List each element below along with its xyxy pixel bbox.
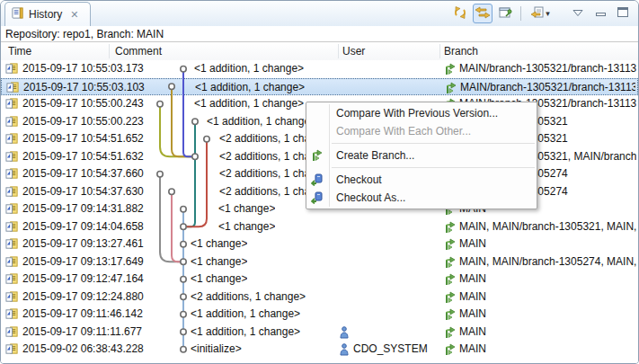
commit-comment: <1 addition, 1 change> bbox=[191, 306, 300, 324]
branch-icon bbox=[444, 238, 457, 251]
menu-item-label: Compare With Each Other... bbox=[336, 125, 471, 138]
branch-icon bbox=[444, 343, 457, 356]
commit-comment: <initialize> bbox=[191, 341, 242, 359]
commit-comment: <1 addition, 1 change> bbox=[191, 324, 300, 342]
commit-time: 2015-09-17 09:11:46.142 bbox=[22, 306, 143, 324]
checkout-icon bbox=[311, 191, 324, 209]
commit-comment: <2 additions, 1 change> bbox=[191, 289, 306, 306]
commit-time: 2015-09-17 10:54:51.652 bbox=[22, 130, 144, 148]
maximize-button[interactable] bbox=[613, 4, 633, 23]
commit-branch: MAIN, MAIN/branch-1305321, MAIN, MAIN bbox=[459, 218, 636, 236]
commit-comment: <1 change> bbox=[218, 218, 275, 236]
column-header-comment[interactable]: Comment bbox=[115, 42, 162, 60]
pin-editor-icon bbox=[498, 5, 512, 22]
commit-icon bbox=[5, 185, 19, 199]
view-tab-bar: History ✕ ▾ bbox=[1, 1, 638, 27]
commit-time: 2015-09-17 09:14:31.882 bbox=[22, 200, 144, 218]
commit-time: 2015-09-17 10:54:37.630 bbox=[22, 183, 144, 201]
menu-item-checkout-as[interactable]: Checkout As... bbox=[306, 189, 537, 207]
branch-icon bbox=[444, 63, 457, 75]
filter-menu-button[interactable]: ▾ bbox=[527, 4, 554, 23]
commit-icon bbox=[5, 220, 19, 234]
swap-horizontal-button[interactable] bbox=[473, 4, 493, 23]
table-row[interactable]: 2015-09-17 10:55:03.173 <1 addition, 1 c… bbox=[1, 60, 638, 78]
commit-time: 2015-09-17 09:12:47.164 bbox=[22, 271, 144, 289]
commit-comment: <1 change> bbox=[218, 200, 275, 218]
menu-separator bbox=[332, 143, 535, 144]
sync-icon bbox=[453, 5, 467, 22]
table-row[interactable]: 2015-09-17 10:55:03.103 <1 addition, 1 c… bbox=[1, 78, 638, 96]
repository-info-bar: Repository: repo1, Branch: MAIN bbox=[1, 26, 638, 42]
column-separator[interactable] bbox=[109, 44, 110, 58]
menu-separator bbox=[332, 167, 535, 168]
menu-item-compare-with-previous-version[interactable]: Compare With Previous Version... bbox=[306, 104, 537, 122]
menu-item-checkout[interactable]: Checkout bbox=[306, 171, 537, 189]
minimize-button[interactable] bbox=[590, 4, 610, 23]
commit-branch: MAIN, MAIN/branch-1305274, MAIN, MAIN bbox=[459, 253, 636, 271]
table-row[interactable]: 2015-09-17 09:13:17.649 <1 change> MAIN,… bbox=[1, 253, 638, 271]
commit-icon bbox=[5, 272, 19, 286]
commit-branch: MAIN bbox=[459, 271, 636, 289]
table-row[interactable]: 2015-09-17 09:14:04.658 <1 change> MAIN,… bbox=[1, 218, 638, 236]
branch-icon bbox=[311, 149, 324, 167]
tab-history[interactable]: History ✕ bbox=[4, 2, 91, 26]
commit-time: 2015-09-17 10:54:37.660 bbox=[22, 165, 144, 183]
column-header-branch[interactable]: Branch bbox=[444, 42, 478, 60]
menu-item-create-branch[interactable]: Create Branch... bbox=[306, 146, 537, 164]
swap-horizontal-icon bbox=[475, 6, 491, 22]
table-row[interactable]: 2015-09-17 09:11:11.677 <1 addition, 1 c… bbox=[1, 324, 638, 342]
commit-icon bbox=[5, 150, 19, 164]
table-row[interactable]: 2015-09-02 06:38:43.228 <initialize> CDO… bbox=[1, 341, 638, 359]
menu-item-compare-with-each-other: Compare With Each Other... bbox=[306, 122, 537, 140]
view-toolbar: ▾ bbox=[450, 4, 633, 23]
commit-comment: <1 change> bbox=[191, 253, 247, 271]
column-separator[interactable] bbox=[338, 44, 339, 58]
commit-time: 2015-09-17 10:55:03.103 bbox=[23, 79, 145, 97]
commit-time: 2015-09-17 10:55:03.173 bbox=[22, 60, 144, 78]
column-separator[interactable] bbox=[439, 44, 440, 58]
table-row[interactable]: 2015-09-17 09:11:46.142 <1 addition, 1 c… bbox=[1, 306, 638, 324]
pin-editor-button[interactable] bbox=[495, 4, 515, 23]
commit-time: 2015-09-17 09:14:04.658 bbox=[22, 218, 144, 236]
view-menu-icon bbox=[572, 7, 583, 20]
menu-item-label: Checkout bbox=[336, 173, 382, 186]
commit-icon bbox=[5, 290, 19, 304]
branch-icon bbox=[444, 326, 457, 339]
commit-time: 2015-09-17 09:12:24.880 bbox=[22, 289, 144, 306]
table-row[interactable]: 2015-09-17 09:12:47.164 <1 change> MAIN bbox=[1, 271, 638, 289]
commit-comment: <1 addition, 1 change> bbox=[194, 95, 304, 113]
commit-time: 2015-09-17 09:13:27.461 bbox=[22, 235, 144, 253]
commit-icon bbox=[5, 167, 19, 181]
commit-branch: MAIN bbox=[459, 235, 636, 253]
commit-time: 2015-09-17 09:11:11.677 bbox=[22, 324, 142, 342]
user-icon bbox=[340, 343, 349, 356]
filter-menu-icon bbox=[530, 5, 545, 22]
column-header-time[interactable]: Time bbox=[8, 42, 31, 60]
toolbar-separator bbox=[520, 6, 521, 21]
commit-time: 2015-09-02 06:38:43.228 bbox=[22, 341, 144, 359]
table-row[interactable]: 2015-09-17 09:13:27.461 <1 change> MAIN bbox=[1, 235, 638, 253]
commit-icon bbox=[5, 255, 19, 269]
commit-comment: <1 addition, 1 change> bbox=[195, 79, 305, 97]
commit-comment: <1 addition, 1 change> bbox=[207, 113, 316, 131]
commit-comment: <1 change> bbox=[191, 271, 247, 289]
commit-comment: <1 addition, 1 change> bbox=[194, 60, 304, 78]
branch-icon bbox=[444, 221, 457, 234]
table-row[interactable]: 2015-09-17 09:12:24.880 <2 additions, 1 … bbox=[1, 289, 638, 306]
commit-comment: <1 change> bbox=[191, 235, 247, 253]
commit-time: 2015-09-17 10:55:00.243 bbox=[22, 95, 144, 113]
commit-branch: MAIN bbox=[459, 289, 636, 306]
commit-icon bbox=[5, 307, 19, 321]
chevron-down-icon: ▾ bbox=[546, 9, 550, 18]
sync-button[interactable] bbox=[450, 4, 470, 23]
commit-icon bbox=[5, 237, 19, 251]
branch-icon bbox=[444, 273, 457, 286]
commit-icon bbox=[5, 202, 19, 216]
commit-icon bbox=[5, 97, 19, 111]
column-header-user[interactable]: User bbox=[342, 42, 365, 60]
minimize-icon bbox=[596, 7, 606, 20]
view-menu-button[interactable] bbox=[568, 4, 588, 23]
tab-close-icon[interactable]: ✕ bbox=[70, 9, 78, 21]
menu-item-label: Checkout As... bbox=[336, 191, 405, 204]
commit-icon bbox=[5, 132, 19, 146]
